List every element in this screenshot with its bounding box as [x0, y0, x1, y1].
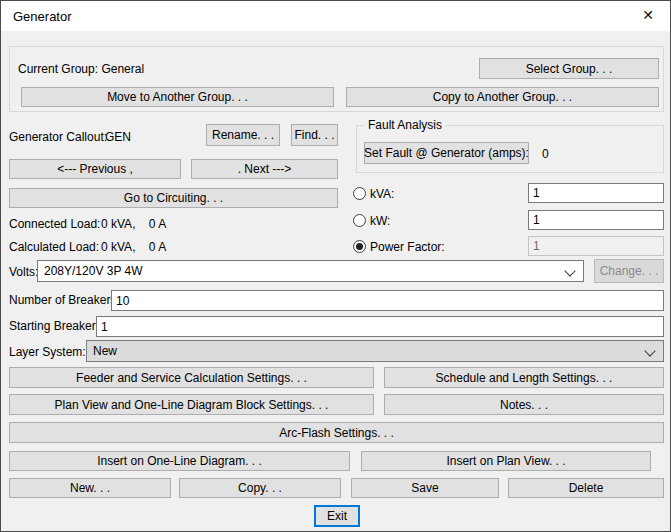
power-factor-label[interactable]: Power Factor: [370, 240, 445, 254]
change-button: Change. . . [594, 259, 664, 283]
number-of-breakers-label: Number of Breakers: [9, 293, 120, 307]
starting-breaker-label: Starting Breaker: [9, 319, 99, 333]
connected-load-label: Connected Load: [9, 217, 100, 231]
exit-button[interactable]: Exit [314, 505, 360, 527]
generator-callout-value: GEN [105, 130, 131, 144]
generator-dialog: Generator ✕ Current Group: General Selec… [0, 0, 671, 532]
starting-breaker-input[interactable] [96, 316, 664, 337]
close-icon[interactable]: ✕ [642, 7, 654, 23]
volts-label: Volts: [9, 265, 38, 279]
save-button[interactable]: Save [351, 478, 499, 498]
fault-value: 0 [542, 147, 549, 161]
feeder-service-settings-button[interactable]: Feeder and Service Calculation Settings.… [9, 367, 374, 388]
next-button[interactable]: . Next ---> [191, 159, 338, 179]
volts-value: 208Y/120V 3P 4W [44, 264, 143, 278]
calculated-load-value: 0 kVA, 0 A [101, 240, 166, 254]
connected-load-value: 0 kVA, 0 A [101, 217, 166, 231]
kw-radio[interactable] [353, 214, 366, 227]
select-group-button[interactable]: Select Group. . . [479, 58, 659, 79]
copy-button[interactable]: Copy. . . [179, 478, 341, 498]
arc-flash-settings-button[interactable]: Arc-Flash Settings. . . [9, 422, 664, 443]
notes-button[interactable]: Notes. . . [384, 394, 664, 415]
power-factor-radio[interactable] [353, 240, 366, 253]
number-of-breakers-input[interactable] [111, 290, 664, 311]
insert-one-line-diagram-button[interactable]: Insert on One-Line Diagram. . . [9, 451, 350, 471]
schedule-length-settings-button[interactable]: Schedule and Length Settings. . . [384, 367, 664, 388]
chevron-down-icon [564, 265, 575, 276]
current-group-label: Current Group: General [18, 62, 144, 76]
titlebar: Generator ✕ [1, 1, 670, 31]
go-to-circuiting-button[interactable]: Go to Circuiting. . . [9, 188, 338, 208]
new-button[interactable]: New. . . [9, 478, 171, 498]
plan-view-block-settings-button[interactable]: Plan View and One-Line Diagram Block Set… [9, 394, 374, 415]
power-factor-input [528, 236, 664, 256]
insert-plan-view-button[interactable]: Insert on Plan View. . . [361, 451, 651, 471]
layer-system-value: New [93, 344, 117, 358]
layer-system-combobox[interactable]: New [86, 340, 664, 362]
kva-radio[interactable] [353, 187, 366, 200]
kw-label[interactable]: kW: [370, 214, 390, 228]
volts-combobox[interactable]: 208Y/120V 3P 4W [37, 260, 584, 282]
fault-analysis-title: Fault Analysis [364, 118, 446, 132]
kw-input[interactable] [528, 210, 664, 230]
delete-button[interactable]: Delete [508, 478, 664, 498]
previous-button[interactable]: <--- Previous , [9, 159, 181, 179]
copy-to-another-group-button[interactable]: Copy to Another Group. . . [346, 87, 659, 107]
kva-label[interactable]: kVA: [370, 187, 394, 201]
move-to-another-group-button[interactable]: Move to Another Group. . . [21, 87, 334, 107]
rename-button[interactable]: Rename. . . [206, 124, 280, 146]
window-title: Generator [13, 9, 72, 24]
current-group-value: General [101, 62, 144, 76]
calculated-load-label: Calculated Load: [9, 240, 99, 254]
chevron-down-icon [644, 345, 655, 356]
layer-system-label: Layer System: [9, 345, 86, 359]
find-button[interactable]: Find. . . [291, 124, 338, 146]
set-fault-button[interactable]: Set Fault @ Generator (amps): [364, 142, 529, 164]
generator-callout-label: Generator Callout: [9, 130, 107, 144]
kva-input[interactable] [528, 183, 664, 203]
